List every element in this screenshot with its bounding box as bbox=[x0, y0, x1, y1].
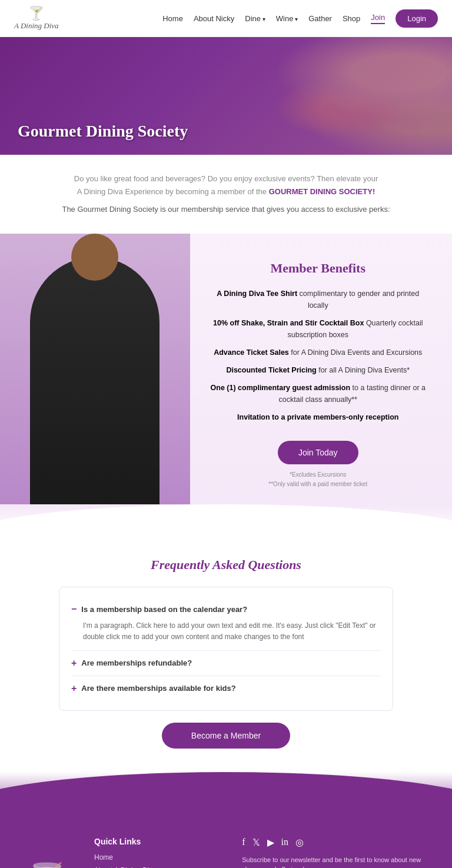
logo-text: A Dining Diva bbox=[14, 21, 59, 31]
footer-top: 🍸 Quick Links Home About A Dining Diva J… bbox=[24, 837, 428, 868]
join-today-button[interactable]: Join Today bbox=[278, 441, 358, 464]
logo[interactable]: 🍸 A Dining Diva bbox=[14, 6, 59, 31]
footer-links-title: Quick Links bbox=[94, 837, 218, 846]
benefit-5: One (1) complimentary guest admission to… bbox=[208, 382, 428, 405]
faq-label-1: Is a membership based on the calendar ye… bbox=[81, 605, 247, 614]
wave-divider-2 bbox=[0, 772, 452, 819]
intro-section: Do you like great food and beverages? Do… bbox=[0, 155, 452, 234]
social-icons: f 𝕏 ▶ in ◎ bbox=[242, 837, 428, 848]
faq-answer-1: I'm a paragraph. Click here to add your … bbox=[71, 620, 381, 643]
nav-dine[interactable]: Dine bbox=[245, 14, 265, 23]
faq-icon-3: + bbox=[71, 683, 77, 694]
footer-logo: 🍸 bbox=[24, 837, 71, 868]
footer-newsletter: f 𝕏 ▶ in ◎ Subscribe to our newsletter a… bbox=[242, 837, 428, 868]
intro-text: Do you like great food and beverages? Do… bbox=[47, 172, 405, 198]
faq-item-1: − Is a membership based on the calendar … bbox=[71, 597, 381, 650]
wave-divider-1 bbox=[0, 504, 452, 540]
login-button[interactable]: Login bbox=[396, 9, 438, 28]
faq-icon-2: + bbox=[71, 658, 77, 669]
faq-label-2: Are memberships refundable? bbox=[81, 659, 192, 667]
faq-item-3: + Are there memberships available for ki… bbox=[71, 676, 381, 701]
youtube-icon[interactable]: ▶ bbox=[267, 837, 274, 848]
logo-icon: 🍸 bbox=[28, 6, 44, 21]
nav-about[interactable]: About Nicky bbox=[194, 14, 234, 23]
intro-sub: The Gourmet Dining Society is our member… bbox=[47, 203, 405, 216]
benefits-image bbox=[0, 234, 190, 504]
footer-link-home[interactable]: Home bbox=[94, 851, 218, 864]
faq-question-3[interactable]: + Are there memberships available for ki… bbox=[71, 683, 381, 694]
nav-home[interactable]: Home bbox=[162, 14, 183, 23]
footer: 🍸 Quick Links Home About A Dining Diva J… bbox=[0, 819, 452, 868]
hero-section: Gourmet Dining Society bbox=[0, 37, 452, 155]
benefits-section: Member Benefits A Dining Diva Tee Shirt … bbox=[0, 234, 452, 504]
faq-item-2: + Are memberships refundable? bbox=[71, 650, 381, 676]
faq-card: − Is a membership based on the calendar … bbox=[59, 587, 393, 710]
person-image bbox=[0, 234, 190, 504]
faq-title: Frequently Asked Questions bbox=[59, 557, 393, 573]
benefit-1: A Dining Diva Tee Shirt complimentary to… bbox=[208, 288, 428, 311]
benefits-content: Member Benefits A Dining Diva Tee Shirt … bbox=[190, 234, 452, 504]
faq-question-2[interactable]: + Are memberships refundable? bbox=[71, 658, 381, 669]
facebook-icon[interactable]: f bbox=[242, 837, 245, 848]
nav-links: Home About Nicky Dine Wine Gather Shop J… bbox=[162, 9, 438, 28]
person-head bbox=[71, 234, 118, 281]
linkedin-icon[interactable]: in bbox=[281, 837, 288, 848]
benefits-title: Member Benefits bbox=[208, 261, 428, 276]
faq-question-1[interactable]: − Is a membership based on the calendar … bbox=[71, 604, 381, 614]
person-figure bbox=[30, 257, 159, 504]
nav-shop[interactable]: Shop bbox=[343, 14, 360, 23]
instagram-icon[interactable]: ◎ bbox=[295, 837, 304, 848]
nav-join[interactable]: Join bbox=[371, 13, 385, 24]
faq-label-3: Are there memberships available for kids… bbox=[81, 684, 235, 693]
footer-link-about[interactable]: About A Dining Diva bbox=[94, 864, 218, 868]
footer-links: Quick Links Home About A Dining Diva Joi… bbox=[94, 837, 218, 868]
faq-icon-1: − bbox=[71, 604, 77, 614]
newsletter-text: Subscribe to our newsletter and be the f… bbox=[242, 855, 428, 868]
navigation: 🍸 A Dining Diva Home About Nicky Dine Wi… bbox=[0, 0, 452, 37]
benefit-4: Discounted Ticket Pricing for all A Dini… bbox=[208, 364, 428, 376]
nav-gather[interactable]: Gather bbox=[308, 14, 332, 23]
footnotes: *Excludes Excursions **Only valid with a… bbox=[208, 470, 428, 489]
benefit-2: 10% off Shake, Strain and Stir Cocktail … bbox=[208, 317, 428, 341]
hero-title: Gourmet Dining Society bbox=[0, 108, 205, 155]
become-member-button[interactable]: Become a Member bbox=[162, 723, 290, 749]
benefit-3: Advance Ticket Sales for A Dining Diva E… bbox=[208, 347, 428, 358]
nav-wine[interactable]: Wine bbox=[276, 14, 298, 23]
faq-section: Frequently Asked Questions − Is a member… bbox=[0, 540, 452, 771]
twitter-icon[interactable]: 𝕏 bbox=[252, 837, 260, 848]
hero-decorative bbox=[181, 37, 452, 155]
benefit-6: Invitation to a private members-only rec… bbox=[208, 411, 428, 423]
footer-logo-icon: 🍸 bbox=[29, 862, 65, 868]
